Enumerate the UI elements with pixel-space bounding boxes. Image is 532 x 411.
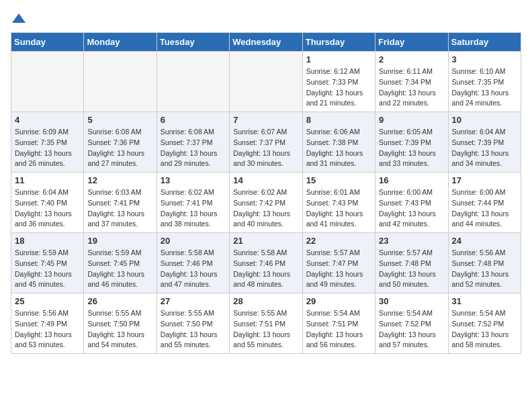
day-detail: Sunrise: 6:02 AM Sunset: 7:42 PM Dayligh… — [233, 187, 298, 230]
calendar-cell — [84, 52, 157, 112]
day-detail: Sunrise: 6:07 AM Sunset: 7:37 PM Dayligh… — [233, 127, 298, 169]
calendar-cell: 1 Sunrise: 6:12 AM Sunset: 7:33 PM Dayli… — [302, 52, 375, 112]
calendar-cell: 3 Sunrise: 6:10 AM Sunset: 7:35 PM Dayli… — [448, 52, 521, 112]
day-number: 20 — [161, 236, 226, 246]
day-number: 24 — [452, 236, 517, 246]
calendar-cell: 25 Sunrise: 5:56 AM Sunset: 7:49 PM Dayl… — [11, 293, 84, 354]
calendar-header-row: SundayMondayTuesdayWednesdayThursdayFrid… — [11, 33, 521, 52]
day-number: 26 — [87, 296, 152, 306]
calendar-cell — [157, 52, 229, 112]
day-number: 17 — [452, 175, 517, 185]
calendar-cell: 5 Sunrise: 6:08 AM Sunset: 7:36 PM Dayli… — [84, 112, 157, 173]
day-detail: Sunrise: 5:57 AM Sunset: 7:47 PM Dayligh… — [306, 248, 371, 290]
day-detail: Sunrise: 6:00 AM Sunset: 7:43 PM Dayligh… — [379, 187, 444, 230]
calendar-cell: 23 Sunrise: 5:57 AM Sunset: 7:48 PM Dayl… — [375, 233, 448, 293]
day-detail: Sunrise: 6:02 AM Sunset: 7:41 PM Dayligh… — [161, 187, 226, 230]
calendar-cell: 21 Sunrise: 5:58 AM Sunset: 7:46 PM Dayl… — [230, 233, 302, 293]
day-number: 3 — [452, 54, 517, 64]
day-detail: Sunrise: 5:59 AM Sunset: 7:45 PM Dayligh… — [87, 248, 152, 290]
day-detail: Sunrise: 5:57 AM Sunset: 7:48 PM Dayligh… — [379, 248, 444, 290]
day-number: 21 — [233, 236, 298, 246]
calendar-cell: 19 Sunrise: 5:59 AM Sunset: 7:45 PM Dayl… — [84, 233, 157, 293]
day-number: 9 — [379, 115, 444, 125]
day-number: 30 — [379, 296, 444, 306]
calendar-cell: 12 Sunrise: 6:03 AM Sunset: 7:41 PM Dayl… — [84, 173, 157, 233]
day-detail: Sunrise: 6:04 AM Sunset: 7:39 PM Dayligh… — [452, 127, 517, 169]
calendar-cell: 30 Sunrise: 5:54 AM Sunset: 7:52 PM Dayl… — [375, 293, 448, 354]
day-number: 8 — [306, 115, 371, 125]
day-number: 29 — [306, 296, 371, 306]
day-number: 28 — [233, 296, 298, 306]
day-number: 31 — [452, 296, 517, 306]
calendar-week-row: 1 Sunrise: 6:12 AM Sunset: 7:33 PM Dayli… — [11, 52, 521, 112]
day-detail: Sunrise: 6:09 AM Sunset: 7:35 PM Dayligh… — [15, 127, 80, 169]
column-header-monday: Monday — [84, 33, 157, 52]
day-number: 10 — [452, 115, 517, 125]
day-detail: Sunrise: 6:10 AM Sunset: 7:35 PM Dayligh… — [452, 66, 517, 109]
day-detail: Sunrise: 5:55 AM Sunset: 7:51 PM Dayligh… — [233, 308, 298, 351]
day-number: 6 — [161, 115, 226, 125]
day-number: 25 — [15, 296, 80, 306]
day-number: 5 — [87, 115, 152, 125]
column-header-friday: Friday — [375, 33, 448, 52]
day-detail: Sunrise: 6:06 AM Sunset: 7:38 PM Dayligh… — [306, 127, 371, 169]
calendar-cell: 18 Sunrise: 5:59 AM Sunset: 7:45 PM Dayl… — [11, 233, 84, 293]
calendar-cell: 4 Sunrise: 6:09 AM Sunset: 7:35 PM Dayli… — [11, 112, 84, 173]
calendar-cell: 17 Sunrise: 6:00 AM Sunset: 7:44 PM Dayl… — [448, 173, 521, 233]
calendar-cell: 28 Sunrise: 5:55 AM Sunset: 7:51 PM Dayl… — [230, 293, 302, 354]
day-number: 27 — [161, 296, 226, 306]
calendar-cell: 15 Sunrise: 6:01 AM Sunset: 7:43 PM Dayl… — [302, 173, 375, 233]
calendar-cell: 31 Sunrise: 5:54 AM Sunset: 7:52 PM Dayl… — [448, 293, 521, 354]
calendar-week-row: 25 Sunrise: 5:56 AM Sunset: 7:49 PM Dayl… — [11, 293, 521, 354]
column-header-wednesday: Wednesday — [230, 33, 302, 52]
svg-marker-0 — [12, 13, 26, 23]
calendar-cell: 20 Sunrise: 5:58 AM Sunset: 7:46 PM Dayl… — [157, 233, 229, 293]
calendar-cell: 24 Sunrise: 5:56 AM Sunset: 7:48 PM Dayl… — [448, 233, 521, 293]
calendar-cell: 7 Sunrise: 6:07 AM Sunset: 7:37 PM Dayli… — [230, 112, 302, 173]
calendar-week-row: 4 Sunrise: 6:09 AM Sunset: 7:35 PM Dayli… — [11, 112, 521, 173]
day-detail: Sunrise: 5:56 AM Sunset: 7:48 PM Dayligh… — [452, 248, 517, 290]
column-header-saturday: Saturday — [448, 33, 521, 52]
day-number: 2 — [379, 54, 444, 64]
calendar-cell: 11 Sunrise: 6:04 AM Sunset: 7:40 PM Dayl… — [11, 173, 84, 233]
day-number: 1 — [306, 54, 371, 64]
day-detail: Sunrise: 6:08 AM Sunset: 7:36 PM Dayligh… — [87, 127, 152, 169]
column-header-tuesday: Tuesday — [157, 33, 229, 52]
day-detail: Sunrise: 6:04 AM Sunset: 7:40 PM Dayligh… — [15, 187, 80, 230]
day-number: 11 — [15, 175, 80, 185]
day-detail: Sunrise: 5:54 AM Sunset: 7:52 PM Dayligh… — [379, 308, 444, 351]
logo-icon — [11, 11, 27, 27]
day-number: 16 — [379, 175, 444, 185]
calendar-cell: 14 Sunrise: 6:02 AM Sunset: 7:42 PM Dayl… — [230, 173, 302, 233]
calendar-cell: 16 Sunrise: 6:00 AM Sunset: 7:43 PM Dayl… — [375, 173, 448, 233]
day-number: 22 — [306, 236, 371, 246]
day-detail: Sunrise: 5:55 AM Sunset: 7:50 PM Dayligh… — [87, 308, 152, 351]
day-number: 13 — [161, 175, 226, 185]
logo — [11, 11, 30, 27]
calendar-table: SundayMondayTuesdayWednesdayThursdayFrid… — [11, 32, 521, 354]
calendar-cell — [11, 52, 84, 112]
day-detail: Sunrise: 6:00 AM Sunset: 7:44 PM Dayligh… — [452, 187, 517, 230]
calendar-cell — [230, 52, 302, 112]
page-header — [11, 11, 521, 27]
calendar-cell: 22 Sunrise: 5:57 AM Sunset: 7:47 PM Dayl… — [302, 233, 375, 293]
day-detail: Sunrise: 6:08 AM Sunset: 7:37 PM Dayligh… — [161, 127, 226, 169]
calendar-cell: 6 Sunrise: 6:08 AM Sunset: 7:37 PM Dayli… — [157, 112, 229, 173]
calendar-cell: 26 Sunrise: 5:55 AM Sunset: 7:50 PM Dayl… — [84, 293, 157, 354]
day-number: 23 — [379, 236, 444, 246]
day-detail: Sunrise: 5:54 AM Sunset: 7:52 PM Dayligh… — [452, 308, 517, 351]
day-detail: Sunrise: 5:59 AM Sunset: 7:45 PM Dayligh… — [15, 248, 80, 290]
day-number: 7 — [233, 115, 298, 125]
calendar-cell: 9 Sunrise: 6:05 AM Sunset: 7:39 PM Dayli… — [375, 112, 448, 173]
calendar-cell: 10 Sunrise: 6:04 AM Sunset: 7:39 PM Dayl… — [448, 112, 521, 173]
day-detail: Sunrise: 6:03 AM Sunset: 7:41 PM Dayligh… — [87, 187, 152, 230]
day-number: 4 — [15, 115, 80, 125]
calendar-cell: 29 Sunrise: 5:54 AM Sunset: 7:51 PM Dayl… — [302, 293, 375, 354]
column-header-sunday: Sunday — [11, 33, 84, 52]
calendar-week-row: 11 Sunrise: 6:04 AM Sunset: 7:40 PM Dayl… — [11, 173, 521, 233]
calendar-week-row: 18 Sunrise: 5:59 AM Sunset: 7:45 PM Dayl… — [11, 233, 521, 293]
day-number: 15 — [306, 175, 371, 185]
day-detail: Sunrise: 6:05 AM Sunset: 7:39 PM Dayligh… — [379, 127, 444, 169]
day-detail: Sunrise: 5:58 AM Sunset: 7:46 PM Dayligh… — [161, 248, 226, 290]
calendar-cell: 27 Sunrise: 5:55 AM Sunset: 7:50 PM Dayl… — [157, 293, 229, 354]
